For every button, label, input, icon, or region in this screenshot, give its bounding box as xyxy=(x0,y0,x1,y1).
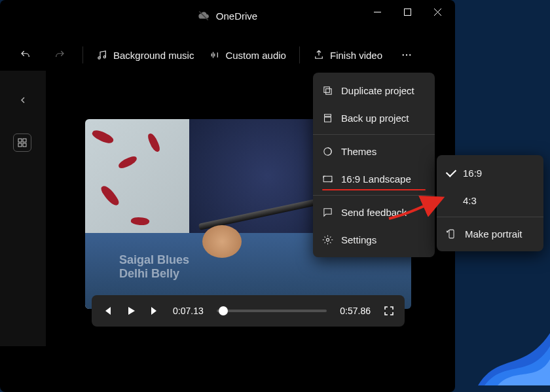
menu-settings[interactable]: Settings xyxy=(313,226,435,253)
menu-separator xyxy=(313,195,435,196)
svg-point-9 xyxy=(409,54,411,56)
menu-themes[interactable]: Themes xyxy=(313,137,435,165)
menu-label: Back up project xyxy=(341,113,409,124)
svg-rect-11 xyxy=(23,139,26,142)
play-button[interactable] xyxy=(126,306,136,316)
svg-point-8 xyxy=(406,54,407,56)
redo-button[interactable] xyxy=(48,43,71,67)
custom-audio-label: Custom audio xyxy=(225,50,286,61)
backup-icon xyxy=(322,113,333,124)
finish-video-label: Finish video xyxy=(330,50,382,61)
watermark-line2: Delhi Belly xyxy=(119,267,189,281)
export-icon xyxy=(313,49,325,61)
minimize-button[interactable] xyxy=(362,0,392,24)
aspect-ratio-submenu: 16:9 4:3 Make portrait xyxy=(437,155,543,251)
toolbar-divider xyxy=(82,46,83,63)
submenu-label: 4:3 xyxy=(463,195,477,206)
preview-watermark: Saigal Blues Delhi Belly xyxy=(119,253,189,281)
submenu-4-3[interactable]: 4:3 xyxy=(437,187,543,214)
svg-rect-10 xyxy=(18,139,22,142)
svg-point-7 xyxy=(403,54,404,56)
video-editor-window: OneDrive Background music Custom audio F… xyxy=(0,0,455,392)
fullscreen-button[interactable] xyxy=(384,306,394,316)
menu-aspect-ratio[interactable]: 16:9 Landscape xyxy=(313,165,435,192)
more-options-menu: Duplicate project Back up project Themes… xyxy=(313,73,435,257)
submenu-separator xyxy=(437,217,543,217)
svg-rect-19 xyxy=(449,230,454,238)
menu-label: Duplicate project xyxy=(341,85,414,96)
prev-frame-button[interactable] xyxy=(102,306,113,316)
svg-rect-14 xyxy=(324,86,330,92)
watermark-line1: Saigal Blues xyxy=(119,253,189,268)
windows-ribbon-decor xyxy=(478,281,550,385)
submenu-label: 16:9 xyxy=(463,168,482,179)
total-time: 0:57.86 xyxy=(340,306,371,316)
svg-point-6 xyxy=(103,56,105,58)
top-toolbar: Background music Custom audio Finish vid… xyxy=(0,39,455,71)
finish-video-button[interactable]: Finish video xyxy=(312,43,384,67)
submenu-make-portrait[interactable]: Make portrait xyxy=(437,220,543,247)
library-view-button[interactable] xyxy=(13,134,31,152)
menu-separator xyxy=(313,134,435,135)
toolbar-divider xyxy=(299,46,300,63)
svg-rect-2 xyxy=(404,9,411,15)
menu-label: 16:9 Landscape xyxy=(341,173,411,185)
custom-audio-button[interactable]: Custom audio xyxy=(207,43,287,67)
ellipsis-icon xyxy=(401,49,412,61)
feedback-icon xyxy=(322,207,333,218)
themes-icon xyxy=(322,146,333,157)
svg-rect-15 xyxy=(326,88,332,94)
more-options-button[interactable] xyxy=(395,43,418,67)
gear-icon xyxy=(322,234,333,245)
cloud-off-icon xyxy=(198,10,210,22)
music-notes-icon xyxy=(96,49,108,61)
waveform-icon xyxy=(208,49,220,61)
grid-icon xyxy=(18,138,27,147)
svg-point-18 xyxy=(326,238,329,241)
menu-label: Send feedback xyxy=(341,207,407,218)
svg-point-5 xyxy=(98,57,100,59)
duplicate-icon xyxy=(322,85,333,96)
menu-backup-project[interactable]: Back up project xyxy=(313,104,435,132)
current-time: 0:07.13 xyxy=(173,306,204,316)
svg-rect-17 xyxy=(323,176,332,182)
svg-rect-13 xyxy=(23,143,26,147)
background-music-label: Background music xyxy=(113,50,194,61)
rotate-portrait-icon xyxy=(446,228,457,240)
playback-controls: 0:07.13 0:57.86 xyxy=(92,295,405,327)
timeline-thumb[interactable] xyxy=(219,306,228,315)
collapse-chevron-icon[interactable] xyxy=(20,97,26,103)
next-frame-button[interactable] xyxy=(149,306,160,316)
timeline-slider[interactable] xyxy=(217,310,327,312)
menu-label: Settings xyxy=(341,234,376,245)
background-music-button[interactable]: Background music xyxy=(95,43,195,67)
project-title: OneDrive xyxy=(216,10,257,22)
menu-duplicate-project[interactable]: Duplicate project xyxy=(313,77,435,104)
project-library-strip xyxy=(0,71,46,346)
maximize-button[interactable] xyxy=(392,0,422,24)
submenu-label: Make portrait xyxy=(465,228,522,240)
aspect-ratio-icon xyxy=(322,173,333,185)
submenu-16-9[interactable]: 16:9 xyxy=(437,159,543,187)
svg-rect-12 xyxy=(18,143,22,147)
menu-label: Themes xyxy=(341,146,376,157)
close-button[interactable] xyxy=(422,0,452,24)
undo-button[interactable] xyxy=(14,43,37,67)
menu-send-feedback[interactable]: Send feedback xyxy=(313,198,435,226)
titlebar: OneDrive xyxy=(0,0,455,31)
